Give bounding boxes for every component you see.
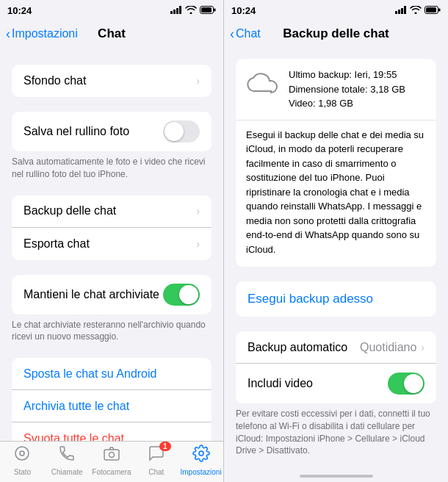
archiviate-toggle-knob	[179, 285, 198, 304]
size-label: Dimensione totale:	[289, 84, 368, 95]
status-icons-right	[395, 6, 441, 15]
cloud-icon	[246, 68, 278, 100]
right-scroll: Ultimo backup: Ieri, 19:55 Dimensione to…	[224, 50, 448, 467]
svg-rect-9	[104, 450, 119, 460]
archivia-tutte-item[interactable]: Archivia tutte le chat	[12, 390, 212, 422]
tab-fotocamera-label: Fotocamera	[92, 468, 131, 476]
sfondo-group: Sfondo chat ›	[12, 65, 212, 97]
backup-auto-chevron-icon: ›	[421, 342, 424, 353]
esporta-chevron-icon: ›	[196, 238, 200, 250]
tab-chiamate[interactable]: Chiamate	[45, 445, 90, 476]
sfondo-chat-item[interactable]: Sfondo chat ›	[12, 65, 212, 97]
home-bar	[300, 475, 373, 478]
rullino-toggle-knob	[165, 122, 184, 141]
svg-rect-3	[179, 6, 181, 14]
backup-automatico-value: Quotidiano	[360, 341, 416, 354]
rullino-toggle[interactable]	[163, 120, 200, 143]
tab-chat-label: Chat	[148, 468, 164, 476]
esporta-item[interactable]: Esporta chat ›	[12, 228, 212, 260]
nav-bar-right: ‹ Chat Backup delle chat	[224, 18, 448, 50]
links-group: Sposta le chat su Android Archivia tutte…	[12, 358, 212, 441]
battery-icon-right	[424, 6, 441, 15]
svg-rect-11	[395, 11, 397, 14]
archiviate-item[interactable]: Mantieni le chat archiviate	[12, 275, 212, 314]
left-panel: 10:24 ‹ Impostazioni Chat Sfondo chat	[0, 0, 224, 482]
chat-badge-wrap: 1	[148, 445, 165, 467]
time-right: 10:24	[231, 5, 256, 16]
sfondo-label: Sfondo chat	[24, 74, 86, 87]
archiviate-footer: Le chat archiviate resteranno nell'archi…	[0, 314, 223, 344]
backup-settings-group: Backup automatico Quotidiano › Includi v…	[236, 331, 436, 403]
includi-video-toggle-knob	[404, 374, 423, 393]
backup-chat-item[interactable]: Backup delle chat ›	[12, 195, 212, 228]
includi-video-note: Per evitare costi eccessivi per i dati, …	[224, 403, 448, 457]
status-bar-left: 10:24	[0, 0, 223, 18]
rullino-item[interactable]: Salva nel rullino foto	[12, 112, 212, 151]
page-title-right: Backup delle chat	[283, 26, 389, 41]
chiamate-icon	[58, 445, 76, 467]
last-backup-value: Ieri, 19:55	[355, 69, 397, 80]
time-left: 10:24	[7, 5, 32, 16]
back-label-left: Impostazioni	[12, 27, 78, 40]
tab-stato[interactable]: Stato	[0, 445, 45, 476]
svg-rect-2	[176, 8, 178, 14]
svg-point-7	[15, 447, 29, 460]
last-backup-line: Ultimo backup: Ieri, 19:55	[289, 68, 405, 82]
stato-icon	[13, 445, 31, 467]
chat-badge: 1	[159, 442, 171, 451]
video-label: Video:	[289, 98, 316, 109]
size-value: 3,18 GB	[370, 84, 405, 95]
home-indicator	[224, 467, 448, 482]
section-archiviate: Mantieni le chat archiviate Le chat arch…	[0, 275, 223, 344]
rullino-group: Salva nel rullino foto	[12, 112, 212, 151]
svg-rect-16	[426, 7, 436, 12]
backup-label: Backup delle chat	[24, 204, 116, 217]
last-backup-label: Ultimo backup:	[289, 69, 352, 80]
backup-chevron-icon: ›	[196, 205, 200, 217]
archiviate-toggle[interactable]	[163, 284, 200, 306]
archiviate-label: Mantieni le chat archiviate	[24, 288, 159, 301]
back-button-left[interactable]: ‹ Impostazioni	[6, 26, 78, 42]
tab-impostazioni[interactable]: Impostazioni	[178, 445, 223, 476]
svg-rect-6	[214, 8, 216, 11]
status-icons-left	[170, 6, 216, 15]
svuota-tutte-item[interactable]: Svuota tutte le chat	[12, 422, 212, 441]
wifi-icon	[185, 6, 197, 15]
svg-rect-17	[438, 8, 441, 11]
back-button-right[interactable]: ‹ Chat	[230, 26, 261, 42]
sposta-android-item[interactable]: Sposta le chat su Android	[12, 358, 212, 390]
esegui-backup-button[interactable]: Esegui backup adesso	[236, 281, 436, 317]
back-label-right: Chat	[236, 27, 261, 40]
signal-icon	[170, 6, 182, 15]
rullino-footer: Salva automaticamente le foto e i video …	[0, 151, 223, 181]
includi-video-toggle[interactable]	[388, 373, 424, 395]
archiviate-group: Mantieni le chat archiviate	[12, 275, 212, 314]
size-line: Dimensione totale: 3,18 GB	[289, 82, 405, 97]
back-arrow-icon-right: ‹	[230, 26, 234, 42]
includi-video-label: Includi video	[248, 377, 313, 390]
svg-point-8	[20, 451, 24, 456]
sfondo-chevron-icon: ›	[196, 75, 200, 87]
svg-rect-1	[173, 10, 176, 14]
battery-icon	[200, 6, 216, 15]
nav-bar-left: ‹ Impostazioni Chat	[0, 18, 223, 50]
backup-info-text: Ultimo backup: Ieri, 19:55 Dimensione to…	[289, 68, 405, 111]
back-arrow-icon: ‹	[6, 26, 10, 42]
includi-video-item[interactable]: Includi video	[236, 364, 436, 403]
svg-rect-13	[401, 8, 403, 14]
esporta-right: ›	[196, 238, 200, 250]
svg-rect-14	[404, 6, 406, 14]
tab-fotocamera[interactable]: Fotocamera	[90, 445, 134, 476]
status-bar-right: 10:24	[224, 0, 448, 18]
backup-export-group: Backup delle chat › Esporta chat ›	[12, 195, 212, 260]
backup-automatico-right: Quotidiano ›	[360, 341, 424, 354]
backup-info-section: Ultimo backup: Ieri, 19:55 Dimensione to…	[236, 59, 436, 267]
tab-chat[interactable]: 1 Chat	[134, 445, 178, 476]
sfondo-right: ›	[196, 75, 200, 87]
backup-automatico-item[interactable]: Backup automatico Quotidiano ›	[236, 331, 436, 364]
svg-rect-12	[398, 10, 400, 14]
page-title-left: Chat	[98, 26, 126, 41]
impostazioni-icon	[192, 445, 210, 467]
section-rullino: Salva nel rullino foto Salva automaticam…	[0, 112, 223, 181]
tab-impostazioni-label: Impostazioni	[181, 468, 222, 476]
